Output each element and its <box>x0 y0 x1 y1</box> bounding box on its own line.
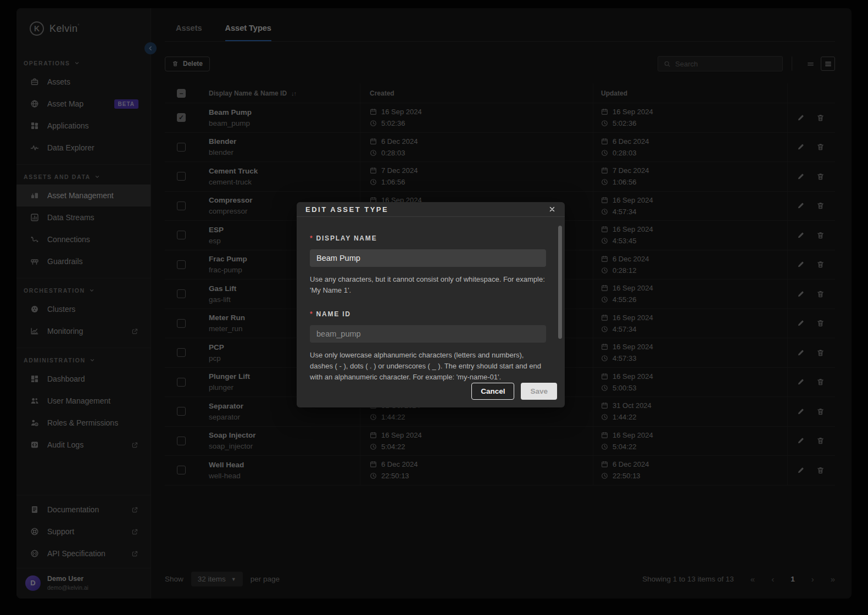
required-asterisk: * <box>310 234 313 242</box>
save-button[interactable]: Save <box>521 383 557 400</box>
display-name-label-text: DISPLAY NAME <box>316 234 377 242</box>
modal-header: EDIT ASSET TYPE <box>297 202 565 217</box>
name-id-field[interactable] <box>310 325 546 343</box>
modal-actions: Cancel Save <box>297 383 565 407</box>
name-id-help: Use only lowercase alphanumeric characte… <box>310 350 546 383</box>
screen: K Kelvin˚ OPERATIONSAssetsAsset MapBETAA… <box>0 0 868 615</box>
field-spacer <box>310 296 546 310</box>
display-name-field[interactable] <box>310 249 546 267</box>
edit-asset-type-modal: EDIT ASSET TYPE *DISPLAY NAME Use any ch… <box>297 202 565 407</box>
display-name-help: Use any characters, but it cannot consis… <box>310 274 546 296</box>
display-name-label: *DISPLAY NAME <box>310 234 546 242</box>
modal-title: EDIT ASSET TYPE <box>305 205 388 214</box>
cancel-button[interactable]: Cancel <box>471 383 514 400</box>
modal-body: *DISPLAY NAME Use any characters, but it… <box>297 217 565 383</box>
close-icon[interactable] <box>548 205 556 213</box>
name-id-label: *NAME ID <box>310 310 546 318</box>
required-asterisk: * <box>310 310 313 318</box>
name-id-label-text: NAME ID <box>316 310 350 318</box>
modal-scrollbar[interactable] <box>558 226 562 339</box>
